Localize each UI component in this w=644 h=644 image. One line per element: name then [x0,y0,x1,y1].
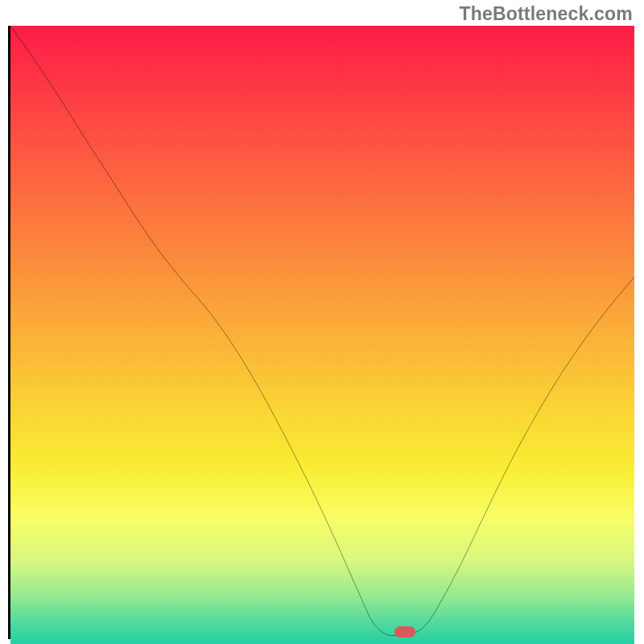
bottleneck-curve [10,26,634,637]
chart-stage: TheBottleneck.com [0,0,644,644]
minimum-marker [394,626,415,638]
watermark-text: TheBottleneck.com [459,3,633,25]
plot-area [8,26,634,639]
